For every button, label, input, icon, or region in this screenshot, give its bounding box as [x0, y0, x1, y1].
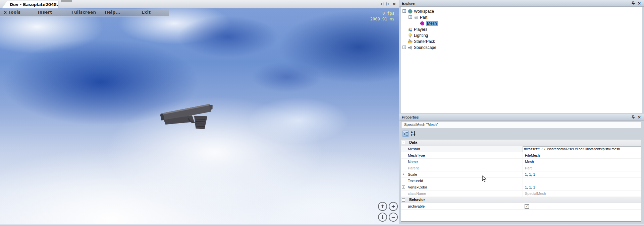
menu-item-insert[interactable]: Insert	[38, 10, 52, 15]
prop-name: VertexColor	[408, 185, 427, 189]
menu-item-exit[interactable]: Exit	[142, 10, 151, 15]
svg-text:Z: Z	[411, 134, 413, 137]
explorer-panel-header: Explorer ×	[399, 0, 644, 7]
prop-value-name[interactable]: Mesh	[523, 159, 641, 165]
performance-stats: 0 fps 2009.91 ms	[370, 11, 394, 22]
prop-name: className	[408, 192, 426, 196]
tree-item-label[interactable]: Part	[420, 15, 427, 20]
game-menu-bar: x Tools Insert Fullscreen Help... Exit	[0, 9, 169, 16]
status-bar	[0, 224, 644, 226]
dock-panels: Explorer × + Workspace + Par	[399, 0, 644, 224]
tab-next-icon[interactable]: ▷	[386, 1, 389, 6]
explorer-pin-icon[interactable]	[631, 1, 636, 6]
prop-value-meshid[interactable]: rbxasset://../../../shareddata/RiseOfThe…	[523, 146, 641, 152]
prop-row-name[interactable]: Name Mesh	[401, 159, 641, 165]
section-label: Behavior	[409, 198, 425, 202]
tree-item-lighting[interactable]: Lighting	[401, 32, 642, 39]
menu-item-fullscreen[interactable]: Fullscreen	[71, 10, 96, 15]
prop-value-parent: Part	[523, 165, 641, 171]
prop-name: Scale	[408, 172, 417, 176]
3d-scene-sky[interactable]: x Tools Insert Fullscreen Help... Exit 0…	[0, 8, 399, 224]
menu-item-help[interactable]: Help...	[105, 10, 120, 15]
properties-title: Properties	[402, 115, 419, 119]
expand-plus-icon[interactable]: +	[402, 185, 405, 189]
tilt-down-button[interactable]: ↓	[378, 213, 387, 222]
prop-name: Name	[408, 160, 418, 164]
alphabetical-sort-button[interactable]: A Z	[411, 131, 417, 137]
categorized-view-button[interactable]	[402, 131, 409, 137]
prop-row-meshtype[interactable]: MeshType FileMesh	[401, 152, 641, 159]
section-label: Data	[409, 140, 417, 144]
expand-plus-icon[interactable]: +	[402, 46, 406, 49]
tilt-up-button[interactable]: ↑	[378, 202, 387, 211]
section-header-data[interactable]: - Data	[401, 140, 641, 146]
menu-item-tools[interactable]: Tools	[8, 10, 20, 15]
prop-row-vertexcolor[interactable]: + VertexColor 1, 1, 1	[401, 184, 641, 191]
viewport-tab-bar: Dev - Baseplate2048.rbxl ◁ ▷ ×	[0, 0, 399, 8]
tree-item-label-selected[interactable]: Mesh	[426, 21, 438, 26]
tree-item-label[interactable]: Soundscape	[414, 45, 436, 50]
prop-row-classname: className SpecialMesh	[401, 191, 641, 197]
tree-item-part[interactable]: + Part	[401, 14, 642, 20]
properties-toolbar: A Z	[401, 129, 641, 139]
expand-plus-icon[interactable]: +	[402, 173, 405, 176]
properties-panel-header: Properties ×	[399, 114, 644, 121]
mouse-cursor	[482, 175, 487, 182]
properties-pin-icon[interactable]	[631, 115, 636, 120]
prop-row-scale[interactable]: + Scale 1, 1, 1	[401, 171, 641, 178]
prop-name: archivable	[408, 204, 425, 208]
zoom-in-button[interactable]: +	[389, 202, 398, 211]
prop-name: Parent	[408, 166, 419, 170]
prop-name: MeshId	[408, 147, 420, 151]
tree-item-label[interactable]: Players	[414, 27, 427, 32]
collapse-minus-icon[interactable]: -	[402, 141, 405, 144]
prop-name: MeshType	[408, 153, 425, 157]
starterpack-icon	[408, 39, 413, 44]
tab-controls: ◁ ▷ ×	[380, 1, 396, 6]
prop-value-scale[interactable]: 1, 1, 1	[523, 171, 641, 177]
prop-value-meshtype[interactable]: FileMesh	[523, 152, 641, 158]
3d-viewport-window: Dev - Baseplate2048.rbxl ◁ ▷ × x Tools I…	[0, 0, 399, 224]
tree-item-starterpack[interactable]: StarterPack	[401, 39, 642, 45]
tree-item-label[interactable]: Lighting	[414, 33, 428, 38]
explorer-title: Explorer	[402, 1, 416, 5]
tree-item-label[interactable]: StarterPack	[414, 39, 435, 44]
fps-counter: 0 fps	[370, 11, 394, 16]
mesh-icon	[420, 21, 425, 26]
tree-item-label[interactable]: Workspace	[414, 9, 434, 14]
lighting-icon	[408, 33, 413, 38]
expand-plus-icon[interactable]: +	[402, 9, 406, 13]
tree-item-soundscape[interactable]: + Soundscape	[401, 45, 642, 51]
archivable-checkbox[interactable]: ✓	[525, 204, 529, 209]
properties-close-icon[interactable]: ×	[637, 115, 642, 120]
frame-time: 2009.91 ms	[370, 16, 394, 22]
document-tab[interactable]: Dev - Baseplate2048.rbxl	[2, 1, 58, 8]
tree-item-players[interactable]: Players	[401, 26, 642, 32]
prop-value-classname: SpecialMesh	[523, 191, 641, 197]
collapse-minus-icon[interactable]: -	[402, 198, 405, 202]
prop-row-parent: Parent Part	[401, 165, 641, 171]
prop-value-textureid[interactable]	[523, 178, 641, 184]
tree-item-mesh[interactable]: Mesh	[401, 20, 642, 26]
zoom-out-button[interactable]: −	[389, 213, 398, 222]
prop-name: TextureId	[408, 179, 423, 183]
tree-item-workspace[interactable]: + Workspace	[401, 8, 642, 14]
categorized-view-icon	[404, 132, 408, 136]
workspace-icon	[408, 9, 413, 14]
pistol-mesh-object[interactable]	[159, 100, 219, 134]
prop-row-archivable[interactable]: archivable ✓	[401, 203, 641, 210]
prop-row-textureid[interactable]: TextureId	[401, 178, 641, 184]
tab-close-icon[interactable]: ×	[392, 1, 396, 6]
section-header-behavior[interactable]: - Behavior	[401, 197, 641, 203]
soundscape-icon	[408, 45, 413, 50]
menu-close-x[interactable]: x	[4, 10, 7, 15]
selected-object-header: SpecialMesh "Mesh"	[401, 121, 641, 128]
az-sort-icon: A Z	[411, 131, 416, 136]
tab-prev-icon[interactable]: ◁	[380, 1, 383, 6]
expand-plus-icon[interactable]: +	[409, 15, 412, 19]
explorer-close-icon[interactable]: ×	[637, 1, 642, 6]
properties-grid: - Data MeshId rbxasset://../../../shared…	[401, 140, 641, 222]
prop-row-meshid[interactable]: MeshId rbxasset://../../../shareddata/Ri…	[401, 146, 641, 152]
part-icon	[414, 15, 419, 20]
prop-value-vertexcolor[interactable]: 1, 1, 1	[523, 184, 641, 190]
